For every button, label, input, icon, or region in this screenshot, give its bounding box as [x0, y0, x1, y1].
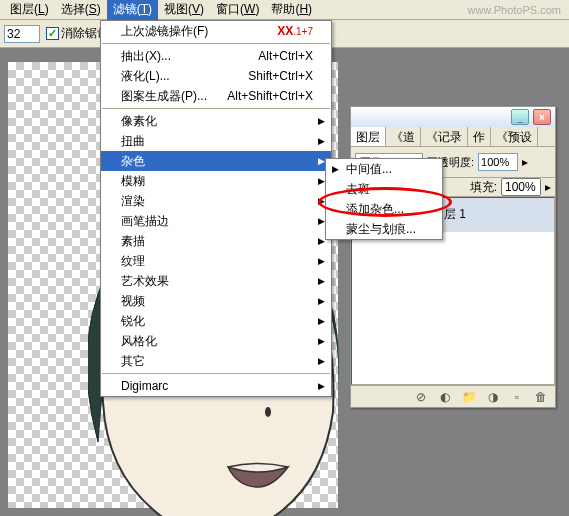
submenu-median[interactable]: ▶中间值...: [326, 159, 442, 179]
tab-history[interactable]: 《记录: [421, 127, 468, 146]
adjustment-icon[interactable]: ◑: [485, 389, 501, 405]
chevron-right-icon[interactable]: ▸: [522, 155, 528, 169]
menu-pattern-maker[interactable]: 图案生成器(P)...Alt+Shift+Ctrl+X: [101, 86, 331, 106]
chevron-right-icon[interactable]: ▸: [545, 180, 551, 194]
menu-layer[interactable]: 图层(L): [4, 0, 55, 20]
check-icon: [46, 27, 59, 40]
filter-dropdown-menu: 上次滤镜操作(F) XX.1+7 抽出(X)...Alt+Ctrl+X 液化(L…: [100, 20, 332, 397]
chevron-right-icon: ▶: [318, 381, 325, 391]
menu-noise[interactable]: 杂色▶: [101, 151, 331, 171]
chevron-right-icon: ▶: [332, 164, 339, 174]
menu-digimarc[interactable]: Digimarc▶: [101, 376, 331, 396]
chevron-right-icon: ▶: [318, 316, 325, 326]
watermark: www.PhotoPS.com: [467, 4, 561, 16]
folder-icon[interactable]: 📁: [461, 389, 477, 405]
menu-sketch[interactable]: 素描▶: [101, 231, 331, 251]
tab-presets[interactable]: 《预设: [491, 127, 538, 146]
svg-point-0: [265, 407, 271, 417]
menu-artistic[interactable]: 艺术效果▶: [101, 271, 331, 291]
trash-icon[interactable]: 🗑: [533, 389, 549, 405]
menu-window[interactable]: 窗口(W): [210, 0, 265, 20]
chevron-right-icon: ▶: [318, 136, 325, 146]
menu-last-filter[interactable]: 上次滤镜操作(F) XX.1+7: [101, 21, 331, 41]
option-value-input[interactable]: [4, 25, 40, 43]
menu-pixelate[interactable]: 像素化▶: [101, 111, 331, 131]
noise-submenu: ▶中间值... 去斑 添加杂色... 蒙尘与划痕...: [325, 158, 443, 240]
chevron-right-icon: ▶: [318, 276, 325, 286]
chevron-right-icon: ▶: [318, 116, 325, 126]
menu-filter[interactable]: 滤镜(T): [107, 0, 158, 20]
menu-separator: [102, 108, 330, 109]
menu-brush-strokes[interactable]: 画笔描边▶: [101, 211, 331, 231]
menu-distort[interactable]: 扭曲▶: [101, 131, 331, 151]
fill-label: 填充:: [470, 179, 497, 196]
menu-extract[interactable]: 抽出(X)...Alt+Ctrl+X: [101, 46, 331, 66]
panel-titlebar[interactable]: _ ×: [351, 107, 555, 127]
chevron-right-icon: ▶: [318, 296, 325, 306]
chevron-right-icon: ▶: [318, 196, 325, 206]
menu-view[interactable]: 视图(V): [158, 0, 210, 20]
new-layer-icon[interactable]: ▫: [509, 389, 525, 405]
panel-footer: ⊘ ◐ 📁 ◑ ▫ 🗑: [351, 385, 555, 407]
close-button[interactable]: ×: [533, 109, 551, 125]
menu-texture[interactable]: 纹理▶: [101, 251, 331, 271]
tab-layers[interactable]: 图层: [351, 127, 386, 146]
menu-video[interactable]: 视频▶: [101, 291, 331, 311]
chevron-right-icon: ▶: [318, 216, 325, 226]
layers-panel: _ × 图层 《道 《记录 作 《预设 正常 不透明度: ▸ 锁定: 本 填充:…: [350, 106, 556, 408]
menu-sharpen[interactable]: 锐化▶: [101, 311, 331, 331]
panel-tabs: 图层 《道 《记录 作 《预设: [351, 127, 555, 147]
submenu-despeckle[interactable]: 去斑: [326, 179, 442, 199]
chevron-right-icon: ▶: [318, 336, 325, 346]
submenu-add-noise[interactable]: 添加杂色...: [326, 199, 442, 219]
chevron-right-icon: ▶: [318, 176, 325, 186]
menu-blur[interactable]: 模糊▶: [101, 171, 331, 191]
tab-channels[interactable]: 《道: [386, 127, 421, 146]
chevron-right-icon: ▶: [318, 356, 325, 366]
chevron-right-icon: ▶: [318, 256, 325, 266]
opacity-input[interactable]: [478, 153, 518, 171]
tab-actions[interactable]: 作: [468, 127, 491, 146]
menu-select[interactable]: 选择(S): [55, 0, 107, 20]
chevron-right-icon: ▶: [318, 156, 325, 166]
minimize-button[interactable]: _: [511, 109, 529, 125]
chevron-right-icon: ▶: [318, 236, 325, 246]
menu-other[interactable]: 其它▶: [101, 351, 331, 371]
menu-separator: [102, 373, 330, 374]
submenu-dust-scratches[interactable]: 蒙尘与划痕...: [326, 219, 442, 239]
mask-icon[interactable]: ◐: [437, 389, 453, 405]
fill-input[interactable]: [501, 178, 541, 196]
menu-stylize[interactable]: 风格化▶: [101, 331, 331, 351]
menu-separator: [102, 43, 330, 44]
menu-help[interactable]: 帮助(H): [265, 0, 318, 20]
menu-liquify[interactable]: 液化(L)...Shift+Ctrl+X: [101, 66, 331, 86]
menu-render[interactable]: 渲染▶: [101, 191, 331, 211]
badge-xx: XX: [277, 24, 293, 38]
fx-icon[interactable]: ⊘: [413, 389, 429, 405]
